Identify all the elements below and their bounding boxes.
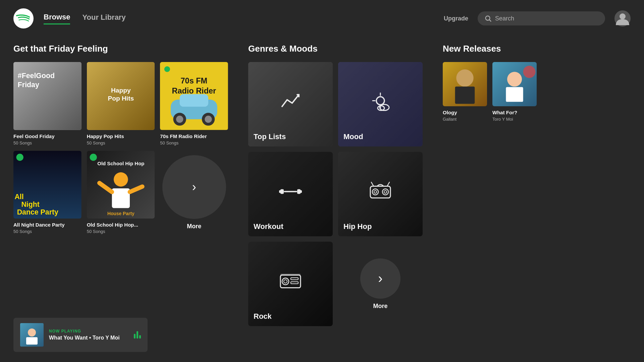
svg-text:Dance Party: Dance Party	[17, 208, 58, 216]
svg-text:70s FM: 70s FM	[181, 76, 208, 85]
hip-hop-icon	[369, 181, 392, 203]
app-header: Browse Your Library Upgrade	[0, 0, 644, 37]
chevron-right-genres-icon: ›	[378, 271, 382, 286]
release-card-what-for[interactable]: What For? Toro Y Moi	[492, 62, 537, 122]
playlist-name: Happy Pop Hits	[87, 133, 155, 139]
svg-point-23	[16, 154, 23, 161]
feel-good-art: #FeelGood Friday	[13, 62, 82, 130]
main-nav: Browse Your Library	[44, 13, 126, 24]
svg-rect-64	[506, 87, 523, 102]
svg-point-35	[376, 97, 384, 105]
happy-pop-art: Happy Pop Hits	[87, 62, 155, 130]
rock-icon	[279, 271, 302, 293]
svg-rect-43	[279, 190, 282, 193]
svg-line-52	[371, 182, 374, 186]
svg-text:Old School Hip Hop: Old School Hip Hop	[97, 160, 144, 166]
genre-label-workout: Workout	[248, 217, 289, 236]
svg-rect-31	[112, 188, 129, 208]
genre-card-top-lists[interactable]: Top Lists	[248, 62, 333, 146]
more-playlists-label: More	[187, 223, 201, 230]
genre-card-mood[interactable]: Mood	[338, 62, 423, 146]
now-playing-info: NOW PLAYING What You Want • Toro Y Moi	[49, 329, 128, 341]
svg-point-21	[205, 116, 212, 123]
search-bar[interactable]	[478, 11, 605, 25]
svg-line-51	[387, 182, 389, 186]
svg-text:#FeelGood: #FeelGood	[18, 72, 55, 80]
svg-point-67	[28, 328, 36, 337]
workout-icon	[279, 183, 302, 201]
header-right: Upgrade	[444, 10, 631, 26]
svg-rect-68	[26, 337, 38, 345]
svg-point-47	[372, 189, 378, 195]
playlist-card-all-night[interactable]: All Night Dance Party All Night Dance Pa…	[13, 151, 82, 234]
svg-rect-45	[284, 191, 297, 192]
svg-point-65	[523, 66, 536, 78]
svg-point-4	[620, 13, 626, 19]
svg-point-49	[382, 189, 388, 195]
top-lists-icon	[280, 92, 301, 113]
chevron-right-icon: ›	[192, 180, 196, 194]
svg-text:All: All	[14, 193, 23, 201]
search-input[interactable]	[495, 15, 598, 22]
release-artist: Toro Y Moi	[492, 117, 537, 122]
upgrade-button[interactable]: Upgrade	[444, 15, 468, 22]
playlist-card-70s-fm[interactable]: 70s FM Radio Rider 70s FM Radio Rider 50…	[160, 62, 228, 145]
more-genres-label: More	[373, 303, 387, 310]
friday-feeling-title: Get that Friday Feeling	[13, 44, 228, 54]
svg-point-28	[90, 154, 97, 161]
playlist-card-feel-good[interactable]: #FeelGood Friday Feel Good Friday 50 Son…	[13, 62, 82, 145]
spotify-logo[interactable]	[13, 8, 34, 28]
svg-text:Night: Night	[21, 200, 40, 208]
70s-fm-art: 70s FM Radio Rider	[160, 62, 228, 130]
more-genres-circle: ›	[360, 258, 400, 299]
release-card-ology[interactable]: Ology Gallant	[443, 62, 487, 122]
genres-moods-section: Genres & Moods Top Lists	[248, 44, 423, 328]
playlist-songs: 50 Songs	[87, 229, 155, 234]
genres-moods-title: Genres & Moods	[248, 44, 423, 54]
playlist-name: Old School Hip Hop...	[87, 222, 155, 228]
equalizer-icon	[134, 331, 141, 339]
new-releases-section: New Releases	[443, 44, 631, 328]
playlist-songs: 50 Songs	[13, 229, 82, 234]
eq-bar-1	[134, 334, 136, 339]
svg-text:Friday: Friday	[18, 81, 39, 89]
ology-art	[443, 62, 487, 106]
genre-card-workout[interactable]: Workout	[248, 152, 333, 236]
genre-label-mood: Mood	[338, 127, 369, 146]
svg-rect-57	[291, 282, 298, 284]
nav-library[interactable]: Your Library	[82, 13, 125, 24]
playlist-songs: 50 Songs	[13, 140, 82, 145]
now-playing-song: What You Want • Toro Y Moi	[49, 335, 128, 341]
genre-card-rock[interactable]: Rock	[248, 242, 333, 326]
svg-rect-46	[370, 186, 390, 198]
genre-label-rock: Rock	[248, 307, 277, 326]
now-playing-label: NOW PLAYING	[49, 329, 128, 334]
more-genres-button[interactable]: › More	[338, 242, 423, 326]
what-for-art	[492, 62, 537, 106]
genre-label-top-lists: Top Lists	[248, 127, 291, 146]
user-avatar[interactable]	[614, 10, 631, 26]
nav-browse[interactable]: Browse	[44, 13, 70, 24]
playlist-songs: 50 Songs	[160, 140, 228, 145]
playlist-card-happy-pop[interactable]: Happy Pop Hits Happy Pop Hits 50 Songs	[87, 62, 155, 145]
svg-point-0	[13, 8, 34, 28]
svg-rect-56	[291, 278, 298, 280]
genre-card-hip-hop[interactable]: Hip Hop	[338, 152, 423, 236]
more-playlists-button[interactable]: › More	[160, 151, 228, 234]
svg-text:House Party: House Party	[107, 211, 135, 216]
svg-point-54	[282, 278, 289, 285]
svg-point-13	[164, 66, 170, 72]
svg-line-2	[489, 20, 491, 21]
svg-point-1	[486, 16, 490, 20]
svg-rect-58	[280, 274, 301, 276]
svg-point-63	[507, 72, 522, 86]
genre-label-hip-hop: Hip Hop	[338, 217, 377, 236]
release-name: Ology	[443, 110, 487, 115]
eq-bar-3	[139, 335, 141, 339]
playlist-card-old-school[interactable]: Old School Hip Hop House Party Old Schoo…	[87, 151, 155, 234]
now-playing-bar[interactable]: NOW PLAYING What You Want • Toro Y Moi	[13, 318, 148, 352]
release-name: What For?	[492, 110, 537, 115]
friday-feeling-section: Get that Friday Feeling	[13, 44, 228, 328]
svg-point-48	[374, 191, 377, 193]
old-school-art: Old School Hip Hop House Party	[87, 151, 155, 219]
